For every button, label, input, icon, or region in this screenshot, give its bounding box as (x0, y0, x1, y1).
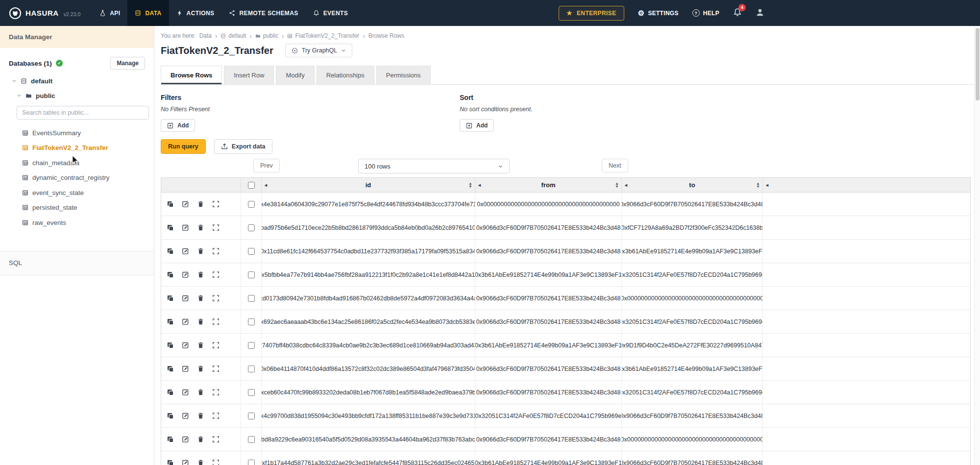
delete-row-button[interactable] (197, 294, 204, 302)
nav-item-events[interactable]: EVENTS (306, 0, 355, 26)
help-button[interactable]: ? HELP (692, 9, 719, 17)
edit-row-button[interactable] (182, 224, 189, 231)
prev-page-button[interactable]: Prev (253, 159, 280, 172)
try-graphql-button[interactable]: Try GraphQL (285, 44, 352, 57)
delete-row-button[interactable] (197, 412, 204, 419)
tab-insert-row[interactable]: Insert Row (224, 66, 274, 84)
row-checkbox[interactable] (248, 295, 255, 302)
sidebar-item-sql[interactable]: SQL (0, 251, 154, 275)
delete-row-button[interactable] (197, 200, 204, 208)
sidebar-table-event_sync_state[interactable]: event_sync_state (0, 185, 154, 200)
delete-row-button[interactable] (197, 224, 204, 231)
delete-row-button[interactable] (197, 436, 204, 443)
breadcrumb-item-default[interactable]: default (220, 32, 246, 39)
search-tables-input[interactable] (17, 106, 149, 120)
clone-row-button[interactable] (167, 436, 174, 443)
nav-item-actions[interactable]: ACTIONS (169, 0, 222, 26)
edit-row-button[interactable] (182, 247, 189, 255)
caret-left-icon[interactable]: ◂ (265, 182, 267, 188)
caret-left-icon[interactable]: ◂ (766, 182, 768, 188)
clone-row-button[interactable] (167, 459, 174, 465)
edit-row-button[interactable] (182, 436, 189, 443)
edit-row-button[interactable] (182, 365, 189, 372)
vertical-scrollbar[interactable] (974, 26, 980, 465)
delete-row-button[interactable] (197, 365, 204, 372)
breadcrumb-item-browse-rows[interactable]: Browse Rows (368, 32, 404, 39)
clone-row-button[interactable] (167, 342, 174, 349)
nav-item-remote-schemas[interactable]: REMOTE SCHEMAS (221, 0, 305, 26)
edit-row-button[interactable] (182, 342, 189, 349)
delete-row-button[interactable] (197, 271, 204, 278)
sidebar-table-persisted_state[interactable]: persisted_state (0, 200, 154, 216)
expand-row-button[interactable] (212, 271, 220, 278)
breadcrumb-item-data[interactable]: Data (199, 32, 212, 39)
hasura-brand[interactable]: HASURA v2.23.0 (9, 0, 80, 26)
edit-row-button[interactable] (182, 459, 189, 465)
enterprise-button[interactable]: ★ ENTERPRISE (559, 6, 624, 21)
notifications-button[interactable]: 4 (733, 8, 742, 19)
column-header-to[interactable]: ◂to▴▾ (622, 178, 763, 193)
page-size-select[interactable]: 100 rows (358, 159, 510, 173)
edit-row-button[interactable] (182, 389, 189, 396)
sidebar-table-dynamic_contract_registry[interactable]: dynamic_contract_registry (0, 171, 154, 186)
expand-row-button[interactable] (212, 200, 220, 208)
row-checkbox[interactable] (248, 224, 255, 231)
clone-row-button[interactable] (167, 412, 174, 419)
sidebar-table-EventsSummary[interactable]: EventsSummary (0, 125, 154, 141)
caret-left-icon[interactable]: ◂ (478, 182, 481, 188)
expand-row-button[interactable] (212, 436, 220, 443)
edit-row-button[interactable] (182, 271, 189, 278)
row-checkbox[interactable] (248, 366, 255, 372)
nav-item-api[interactable]: API (92, 0, 127, 26)
row-checkbox[interactable] (248, 318, 255, 325)
tab-browse-rows[interactable]: Browse Rows (161, 66, 222, 84)
breadcrumb-item-public[interactable]: public (255, 32, 278, 39)
sort-icon[interactable]: ▴▾ (616, 182, 618, 188)
tab-permissions[interactable]: Permissions (376, 66, 431, 84)
export-data-button[interactable]: Export data (214, 139, 272, 154)
row-checkbox[interactable] (248, 271, 255, 278)
edit-row-button[interactable] (182, 412, 189, 419)
edit-row-button[interactable] (182, 318, 189, 325)
add-sort-button[interactable]: Add (460, 119, 494, 132)
tab-relationships[interactable]: Relationships (317, 66, 374, 84)
delete-row-button[interactable] (197, 342, 204, 349)
clone-row-button[interactable] (167, 365, 174, 372)
sidebar-table-raw_events[interactable]: raw_events (0, 215, 154, 230)
expand-row-button[interactable] (212, 389, 220, 396)
scrollbar-thumb[interactable] (976, 28, 980, 100)
delete-row-button[interactable] (197, 247, 204, 255)
row-checkbox[interactable] (248, 201, 255, 208)
row-checkbox[interactable] (248, 413, 255, 419)
row-checkbox[interactable] (248, 460, 255, 465)
expand-row-button[interactable] (212, 224, 220, 231)
manage-button[interactable]: Manage (110, 57, 145, 70)
clone-row-button[interactable] (167, 271, 174, 278)
expand-row-button[interactable] (212, 342, 220, 349)
edit-row-button[interactable] (182, 294, 189, 302)
sort-icon[interactable]: ▴▾ (469, 182, 471, 188)
row-checkbox[interactable] (248, 436, 255, 443)
sidebar-table-FiatTokenV2_2_Transfer[interactable]: FiatTokenV2_2_Transfer (0, 141, 154, 156)
run-query-button[interactable]: Run query (161, 139, 206, 154)
expand-row-button[interactable] (212, 459, 220, 465)
row-checkbox[interactable] (248, 389, 255, 396)
expand-row-button[interactable] (212, 365, 220, 372)
sidebar-schema-public[interactable]: public (0, 89, 154, 102)
add-filter-button[interactable]: Add (161, 119, 195, 132)
row-checkbox[interactable] (248, 342, 255, 349)
settings-button[interactable]: ⚙ SETTINGS (638, 9, 679, 17)
column-header-from[interactable]: ◂from▴▾ (475, 178, 622, 193)
sidebar-database-default[interactable]: default (0, 74, 154, 87)
expand-row-button[interactable] (212, 294, 220, 302)
chevron-down-icon[interactable] (17, 93, 22, 98)
caret-left-icon[interactable]: ◂ (625, 182, 627, 188)
sidebar-table-chain_metadata[interactable]: chain_metadata (0, 155, 154, 171)
edit-row-button[interactable] (182, 200, 189, 208)
clone-row-button[interactable] (167, 318, 174, 325)
next-page-button[interactable]: Next (602, 159, 628, 172)
clone-row-button[interactable] (167, 247, 174, 255)
chevron-down-icon[interactable] (12, 78, 17, 83)
select-all-checkbox[interactable] (248, 182, 255, 189)
expand-row-button[interactable] (212, 318, 220, 325)
